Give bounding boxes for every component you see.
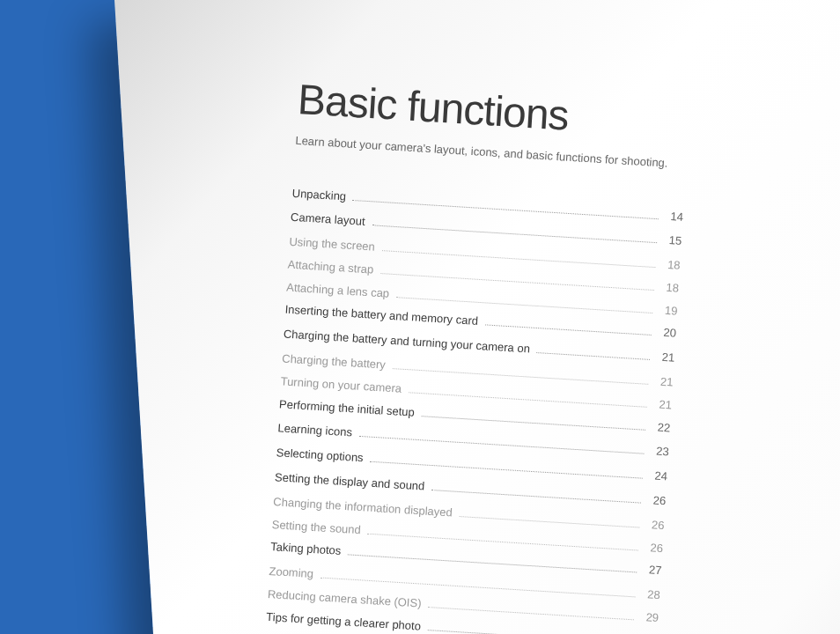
table-of-contents: Unpacking14Camera layout15Using the scre… bbox=[266, 184, 684, 634]
toc-label: Performing the initial setup bbox=[278, 395, 415, 422]
toc-leader bbox=[537, 352, 650, 360]
toc-label: Selecting options bbox=[276, 444, 364, 468]
toc-label: Setting the sound bbox=[271, 516, 361, 540]
toc-leader bbox=[422, 416, 646, 431]
toc-page-number: 26 bbox=[646, 491, 667, 511]
toc-page-number: 21 bbox=[652, 395, 672, 415]
toc-label: Tips for getting a clearer photo bbox=[266, 608, 422, 634]
toc-page-number: 19 bbox=[658, 301, 678, 321]
toc-label: Setting the display and sound bbox=[274, 468, 425, 496]
toc-page-number: 20 bbox=[656, 324, 676, 343]
toc-page-number: 22 bbox=[651, 418, 671, 438]
toc-page-number: 28 bbox=[640, 586, 660, 605]
toc-page-number: 26 bbox=[645, 516, 665, 535]
toc-label: Zooming bbox=[269, 563, 314, 584]
toc-page-number: 23 bbox=[649, 443, 669, 462]
toc-page-number: 14 bbox=[663, 207, 683, 226]
toc-label: Charging the battery bbox=[282, 350, 387, 374]
toc-page-number: 21 bbox=[653, 372, 674, 392]
toc-page-number: 29 bbox=[638, 608, 659, 628]
toc-page-number: 27 bbox=[642, 561, 662, 580]
toc-label: Unpacking bbox=[291, 184, 347, 206]
toc-leader bbox=[485, 325, 652, 336]
toc-label: Taking photos bbox=[270, 538, 342, 561]
toc-label: Attaching a strap bbox=[287, 256, 374, 280]
toc-page-number: 18 bbox=[660, 256, 681, 276]
toc-label: Camera layout bbox=[290, 209, 365, 232]
toc-page-number: 24 bbox=[647, 467, 667, 486]
toc-page-number: 15 bbox=[662, 232, 682, 251]
toc-page-number: 26 bbox=[643, 539, 663, 558]
content-area: Basic functions Learn about your camera'… bbox=[265, 75, 690, 634]
toc-label: Attaching a lens cap bbox=[286, 278, 390, 303]
toc-page-number: 30 bbox=[637, 631, 658, 634]
toc-label: Turning on your camera bbox=[280, 372, 402, 398]
toc-leader bbox=[460, 516, 640, 528]
toc-page-number: 18 bbox=[659, 278, 679, 298]
toc-leader bbox=[428, 607, 634, 620]
toc-label: Using the screen bbox=[289, 233, 376, 257]
toc-leader bbox=[428, 630, 633, 634]
toc-label: Learning icons bbox=[277, 420, 353, 443]
toc-page-number: 21 bbox=[655, 349, 675, 368]
toc-leader bbox=[431, 490, 641, 504]
